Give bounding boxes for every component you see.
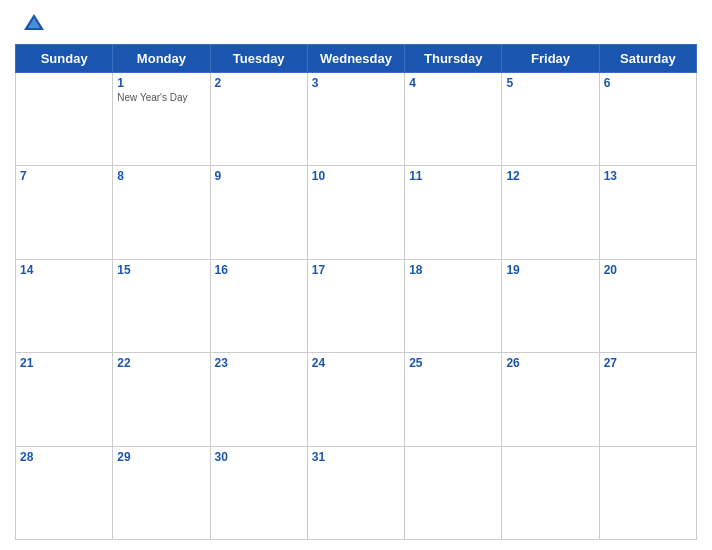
calendar-cell: 5 — [502, 73, 599, 166]
calendar-cell: 16 — [210, 259, 307, 352]
calendar-cell: 15 — [113, 259, 210, 352]
day-number: 5 — [506, 76, 594, 90]
calendar-table: SundayMondayTuesdayWednesdayThursdayFrid… — [15, 44, 697, 540]
calendar-cell: 31 — [307, 446, 404, 539]
calendar-cell: 30 — [210, 446, 307, 539]
day-number: 10 — [312, 169, 400, 183]
calendar-cell: 23 — [210, 353, 307, 446]
calendar-cell: 10 — [307, 166, 404, 259]
holiday-label: New Year's Day — [117, 92, 205, 104]
weekday-header-saturday: Saturday — [599, 45, 696, 73]
calendar-cell: 18 — [405, 259, 502, 352]
day-number: 31 — [312, 450, 400, 464]
weekday-header-monday: Monday — [113, 45, 210, 73]
weekday-header-wednesday: Wednesday — [307, 45, 404, 73]
calendar-cell: 26 — [502, 353, 599, 446]
day-number: 6 — [604, 76, 692, 90]
calendar-cell: 1New Year's Day — [113, 73, 210, 166]
calendar-body: 1New Year's Day2345678910111213141516171… — [16, 73, 697, 540]
calendar-cell: 8 — [113, 166, 210, 259]
day-number: 21 — [20, 356, 108, 370]
day-number: 16 — [215, 263, 303, 277]
day-number: 7 — [20, 169, 108, 183]
weekday-header-tuesday: Tuesday — [210, 45, 307, 73]
day-number: 9 — [215, 169, 303, 183]
day-number: 27 — [604, 356, 692, 370]
week-row-4: 21222324252627 — [16, 353, 697, 446]
calendar-cell: 12 — [502, 166, 599, 259]
day-number: 20 — [604, 263, 692, 277]
weekday-header-sunday: Sunday — [16, 45, 113, 73]
calendar-cell — [502, 446, 599, 539]
calendar-cell: 4 — [405, 73, 502, 166]
day-number: 14 — [20, 263, 108, 277]
calendar-cell: 28 — [16, 446, 113, 539]
day-number: 11 — [409, 169, 497, 183]
calendar-cell: 3 — [307, 73, 404, 166]
calendar-header: SundayMondayTuesdayWednesdayThursdayFrid… — [16, 45, 697, 73]
week-row-1: 1New Year's Day23456 — [16, 73, 697, 166]
calendar-cell: 14 — [16, 259, 113, 352]
logo — [20, 10, 52, 38]
day-number: 3 — [312, 76, 400, 90]
day-number: 25 — [409, 356, 497, 370]
calendar-cell — [599, 446, 696, 539]
calendar-cell: 13 — [599, 166, 696, 259]
calendar-cell: 17 — [307, 259, 404, 352]
day-number: 24 — [312, 356, 400, 370]
calendar-cell: 20 — [599, 259, 696, 352]
calendar-cell: 6 — [599, 73, 696, 166]
calendar-cell: 22 — [113, 353, 210, 446]
day-number: 15 — [117, 263, 205, 277]
weekday-header-row: SundayMondayTuesdayWednesdayThursdayFrid… — [16, 45, 697, 73]
day-number: 19 — [506, 263, 594, 277]
calendar-cell: 29 — [113, 446, 210, 539]
day-number: 22 — [117, 356, 205, 370]
calendar-cell: 9 — [210, 166, 307, 259]
day-number: 28 — [20, 450, 108, 464]
day-number: 29 — [117, 450, 205, 464]
day-number: 12 — [506, 169, 594, 183]
day-number: 4 — [409, 76, 497, 90]
weekday-header-friday: Friday — [502, 45, 599, 73]
day-number: 26 — [506, 356, 594, 370]
calendar-cell — [16, 73, 113, 166]
calendar-cell: 21 — [16, 353, 113, 446]
calendar-cell: 27 — [599, 353, 696, 446]
calendar-cell: 11 — [405, 166, 502, 259]
calendar-cell: 2 — [210, 73, 307, 166]
calendar-cell: 19 — [502, 259, 599, 352]
day-number: 1 — [117, 76, 205, 90]
calendar-cell: 25 — [405, 353, 502, 446]
week-row-5: 28293031 — [16, 446, 697, 539]
day-number: 17 — [312, 263, 400, 277]
logo-icon — [20, 10, 48, 38]
weekday-header-thursday: Thursday — [405, 45, 502, 73]
day-number: 13 — [604, 169, 692, 183]
day-number: 2 — [215, 76, 303, 90]
calendar-cell: 24 — [307, 353, 404, 446]
day-number: 8 — [117, 169, 205, 183]
calendar-cell — [405, 446, 502, 539]
page-header — [15, 10, 697, 38]
week-row-2: 78910111213 — [16, 166, 697, 259]
week-row-3: 14151617181920 — [16, 259, 697, 352]
day-number: 30 — [215, 450, 303, 464]
day-number: 18 — [409, 263, 497, 277]
calendar-cell: 7 — [16, 166, 113, 259]
day-number: 23 — [215, 356, 303, 370]
